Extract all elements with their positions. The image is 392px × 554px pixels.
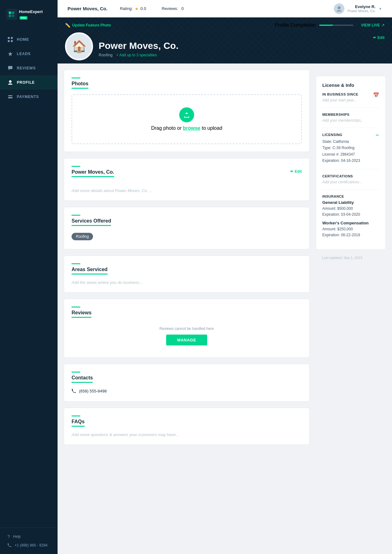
sidebar-item-leads[interactable]: LEADS (0, 47, 58, 61)
svg-rect-2 (9, 15, 11, 17)
browse-link[interactable]: browse (183, 125, 200, 131)
sidebar-item-reviews[interactable]: REVIEWS (0, 61, 58, 75)
logo: HomeExpert PRO (6, 9, 51, 20)
areas-section: Areas Serviced Add the areas where you d… (64, 256, 310, 293)
topbar: Power Moves, Co. Rating: ★ 0.0 Reviews: … (58, 0, 392, 17)
license-card-title: License & Info (322, 82, 379, 88)
chat-icon (7, 65, 13, 71)
svg-rect-13 (8, 96, 12, 97)
contact-phone-row: (658) 555-8498 (72, 388, 302, 394)
user-info: Evelyne R. Power Moves, Co. (348, 4, 376, 13)
user-menu[interactable]: Evelyne R. Power Moves, Co. ▼ (334, 3, 382, 14)
card-icon (7, 94, 13, 100)
phone-contact-icon (72, 388, 76, 394)
sidebar-item-profile[interactable]: PROFILE (0, 75, 58, 90)
contacts-section: Contacts (658) 555-8498 (64, 364, 310, 401)
insurance1-name: General Liability (322, 200, 379, 205)
photos-section-title: Photos (72, 81, 88, 89)
profile-edit-button[interactable]: ✏ Edit (373, 35, 385, 40)
external-link-icon: ↗ (381, 23, 385, 27)
view-live-button[interactable]: VIEW LIVE ↗ (361, 23, 385, 27)
left-column: Photos Drag photo or browse to upload (58, 63, 316, 445)
rating-value: 0.0 (141, 6, 146, 11)
add-specialties-button[interactable]: + Add up to 3 specialties (116, 53, 157, 57)
contacts-section-divider (72, 372, 80, 373)
upload-icon (179, 107, 194, 122)
sidebar-item-home[interactable]: HOME (0, 32, 58, 47)
nav-payments-label: PAYMENTS (17, 95, 39, 99)
insurance1-amount: Amount: $500,000 (322, 206, 379, 212)
reviews-count: 0 (181, 6, 184, 11)
rating-label: Rating: (120, 6, 133, 11)
logo-icon (6, 9, 17, 20)
svg-rect-9 (8, 66, 12, 69)
svg-rect-6 (8, 40, 10, 42)
areas-section-title: Areas Serviced (72, 267, 108, 275)
main-content: Power Moves, Co. Rating: ★ 0.0 Reviews: … (58, 0, 392, 554)
logo-text: HomeExpert (19, 9, 43, 14)
profile-bottom-split: Photos Drag photo or browse to upload (58, 63, 392, 445)
licensing-section: LICENSING ✏ State: California Type: C-39… (322, 133, 379, 169)
service-tags-container: Roofing (72, 232, 302, 242)
upload-instructions: Drag photo or browse to upload (151, 125, 222, 131)
faqs-section-title: FAQs (72, 419, 85, 427)
nav-leads-label: LEADS (17, 52, 31, 56)
user-company: Power Moves, Co. (348, 9, 376, 13)
svg-rect-7 (11, 40, 13, 42)
about-edit-button[interactable]: ✏ Edit (290, 169, 302, 174)
upload-text2: to upload (202, 125, 222, 131)
about-section: Power Moves, Co. ✏ Edit Add some details… (64, 158, 310, 201)
reviews-label: Reviews: (162, 6, 178, 11)
question-icon: ? (7, 534, 10, 539)
update-feature-photo-button[interactable]: ✏️ Update Feature Photo (65, 23, 111, 28)
completion-bar (319, 25, 353, 26)
faqs-placeholder: Add some questions & answers your custom… (72, 432, 302, 437)
svg-rect-3 (12, 15, 14, 17)
sidebar-item-payments[interactable]: PAYMENTS (0, 90, 58, 104)
pencil-licensing-icon[interactable]: ✏ (376, 133, 379, 138)
grid-icon (7, 37, 13, 42)
memberships-section: MEMBERSHIPS Add your memberships... (322, 113, 379, 128)
memberships-placeholder: Add your memberships... (322, 118, 379, 123)
upload-drag-text: Drag photo or (151, 125, 183, 131)
profile-category: Roofing (99, 53, 113, 57)
pencil-icon: ✏️ (65, 23, 70, 28)
areas-section-divider (72, 263, 80, 264)
reviews-cannot-text: Reviews cannot be handled here (72, 326, 302, 331)
manage-reviews-button[interactable]: MANAGE (166, 335, 208, 345)
profile-completion-area: Profile Completion VIEW LIVE ↗ (275, 22, 385, 28)
insurance-title: INSURANCE (322, 195, 379, 198)
areas-placeholder: Add the areas where you do business... (72, 280, 302, 285)
reviews-info: Reviews cannot be handled here MANAGE (72, 323, 302, 350)
nav-profile-label: PROFILE (17, 80, 35, 85)
profile-banner: ✏️ Update Feature Photo Profile Completi… (58, 17, 392, 63)
logo-area: HomeExpert PRO (0, 0, 58, 29)
profile-content: ✏️ Update Feature Photo Profile Completi… (58, 17, 392, 445)
user-name: Evelyne R. (348, 4, 376, 9)
svg-rect-4 (8, 37, 10, 39)
svg-rect-5 (11, 37, 13, 39)
sidebar-phone-number: +1 (888) 966 - 9284 (15, 543, 48, 547)
view-live-label: VIEW LIVE (361, 23, 380, 27)
services-section-title: Services Offered (72, 218, 111, 226)
completion-fill (319, 25, 333, 26)
insurance1: General Liability Amount: $500,000 Expir… (322, 200, 379, 218)
avatar (334, 3, 344, 14)
svg-point-11 (9, 80, 12, 83)
services-section: Services Offered Roofing (64, 207, 310, 249)
sidebar-footer: ? Help +1 (888) 966 - 9284 (0, 528, 58, 554)
insurance1-expiration: Expiration: 03-04-2020 (322, 212, 379, 218)
photo-upload-area[interactable]: Drag photo or browse to upload (72, 94, 302, 144)
help-label: Help (13, 534, 21, 539)
reviews-section-divider (72, 307, 80, 308)
phone-link[interactable]: +1 (888) 966 - 9284 (7, 543, 50, 548)
licensing-state: State: California (322, 138, 379, 145)
help-link[interactable]: ? Help (7, 534, 50, 539)
topbar-reviews: Reviews: 0 (162, 6, 184, 11)
insurance2-amount: Amount: $250,000 (322, 226, 379, 232)
pencil-edit-icon: ✏ (373, 35, 376, 40)
edit-label: Edit (377, 35, 385, 40)
svg-marker-8 (8, 52, 12, 56)
right-column: License & Info IN BUSINESS SINCE 📅 Add y… (316, 63, 392, 445)
sidebar: HomeExpert PRO HOME LEADS (0, 0, 58, 554)
